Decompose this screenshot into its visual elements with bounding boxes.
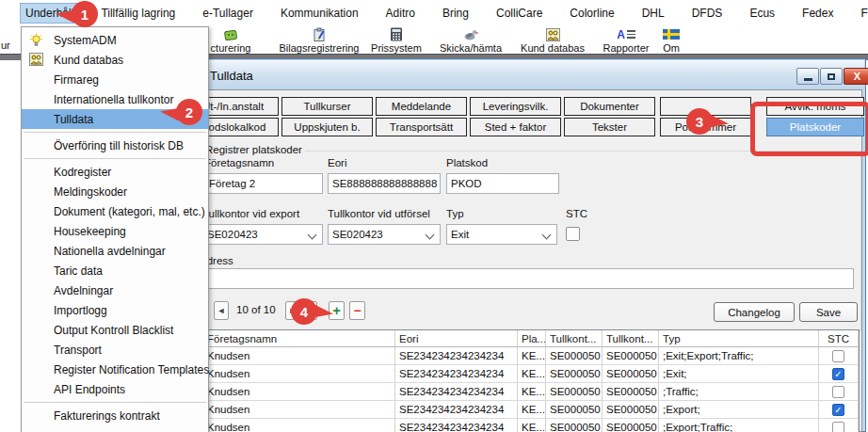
col-plats[interactable]: Pla... [518,330,546,347]
adress-input[interactable] [202,268,854,289]
col-tullkontor1[interactable]: Tullkont... [546,330,603,347]
tab-uppskjuten-b[interactable]: Uppskjuten b. [281,118,373,136]
stc-row-checkbox[interactable] [832,368,844,380]
menubar-item-colorline[interactable]: Colorline [565,4,619,23]
col-tullkontor2[interactable]: Tullkont... [603,330,659,347]
stc-row-checkbox[interactable] [832,386,844,398]
menubar-item-freja[interactable]: Freja [856,4,868,23]
menubar-item-ecus[interactable]: Ecus [745,4,780,23]
tab-dokumenter[interactable]: Dokumenter [564,97,655,116]
col-foretagsnamn[interactable]: Företagsnamn [203,330,395,347]
minimize-button[interactable] [796,68,819,85]
cell-tullkontor2: SE000050 [603,365,659,383]
menu-item-kund-databas[interactable]: Kund databas [22,50,208,70]
menu-item-avdelningar[interactable]: Avdelningar [22,280,208,300]
cell-tullkontor1: SE000050 [546,419,603,432]
tab-transportsatt[interactable]: Transportsätt [376,118,467,136]
menu-item-label: SystemADM [54,34,117,47]
menu-separator [24,132,206,133]
cell-stc [819,365,859,383]
menu-item-label: Nationella avdelningar [54,245,166,258]
tab-tekster[interactable]: Tekster [564,118,655,136]
menu-item-overforing-historisk-db[interactable]: Överföring till historisk DB [22,136,208,155]
chevron-down-icon [426,231,435,240]
group-title: Registrer platskoder [202,144,305,155]
cell-stc [819,383,859,401]
window-title: Tulldata [210,69,253,83]
menubar-item-aditro[interactable]: Aditro [381,4,420,23]
menubar-item-fedex[interactable]: Fedex [797,4,838,23]
menu-item-label: Importlogg [54,304,107,317]
menu-item-fakturerings-kontrakt[interactable]: Fakturerings kontrakt [22,406,208,425]
menu-item-label: Transport [54,344,102,357]
menu-item-taric-data[interactable]: Taric data [22,261,208,280]
stc-row-checkbox[interactable] [832,350,844,362]
maximize-button[interactable] [820,68,843,85]
annotation-step-3: 3 [686,108,713,135]
tullkontor-utforsel-select[interactable]: SE020423 [328,224,441,245]
eori-label: Eori [328,157,346,168]
previous-record-button[interactable]: ◄ [214,301,229,320]
cell-eori: SE234234234234234 [395,347,518,365]
tullkontor-utforsel-label: Tullkontor vid utförsel [328,208,430,219]
save-button[interactable]: Save [799,302,858,322]
col-typ[interactable]: Typ [659,330,819,347]
annotation-number: 2 [176,99,202,125]
col-eori[interactable]: Eori [395,330,518,347]
menu-item-api-endpoints[interactable]: API Endpoints [22,379,208,399]
delete-record-button[interactable]: − [349,301,365,320]
menubar-item-collicare[interactable]: ColliCare [491,4,547,23]
table-row[interactable]: Knudsen SE234234234234234 KE... SE000050… [203,419,859,432]
menu-item-systemadm[interactable]: SystemADM [22,30,208,50]
menu-item-transport[interactable]: Transport [22,340,208,360]
tab-tullkurser[interactable]: Tullkurser [281,97,373,116]
tab-sted-faktor[interactable]: Sted + faktor [470,118,561,136]
cell-tullkontor2: SE000050 [603,419,659,432]
menu-item-output-kontroll-blacklist[interactable]: Output Kontroll Blacklist [22,320,208,340]
toolbar-item-om[interactable]: Om [648,27,695,54]
cell-typ: ;Exit;Export;Traffic; [659,347,819,365]
cell-eori: SE234234234234234 [395,401,518,419]
eori-input[interactable]: SE888888888888888 [328,173,441,194]
table-row[interactable]: Knudsen SE234234234234234 KE... SE000050… [203,401,859,419]
changelog-button[interactable]: Changelog [714,302,795,322]
foretagsnamn-input[interactable]: Företag 2 [204,173,323,194]
annotation-highlight-rect [750,102,868,156]
menu-item-housekeeping[interactable]: Housekeeping [22,221,208,241]
menu-item-importlogg[interactable]: Importlogg [22,300,208,320]
cell-tullkontor1: SE000050 [546,347,603,365]
close-button[interactable]: X [844,68,868,85]
menubar-item-e-tullager[interactable]: e-Tullager [198,4,258,23]
typ-select[interactable]: Exit [446,224,557,245]
cell-plats: KE... [518,383,546,401]
menu-item-firmareg[interactable]: Firmareg [22,70,208,89]
menubar-item-kommunikation[interactable]: Kommunikation [276,4,363,23]
table-row[interactable]: Knudsen SE234234234234234 KE... SE000050… [203,347,859,365]
cell-stc [819,401,859,419]
menubar-item-dfds[interactable]: DFDS [687,4,728,23]
menubar-item-dhl[interactable]: DHL [637,4,669,23]
menu-item-kodregister[interactable]: Kodregister [22,162,208,182]
platskod-input[interactable]: PKOD [446,173,559,194]
menu-item-label: Kodregister [54,166,111,179]
table-row[interactable]: Knudsen SE234234234234234 KE... SE000050… [203,383,859,401]
menu-item-dokument[interactable]: Dokument (kategori, mal, etc.) [22,201,208,221]
table-row[interactable]: Knudsen SE234234234234234 KE... SE000050… [203,365,859,383]
toolbar-item-skicka-hamta[interactable]: Skicka/hämta [424,27,518,54]
tab-meddelande[interactable]: Meddelande [376,97,467,116]
toolbar-item-label: Kund databas [521,42,585,54]
stc-row-checkbox[interactable] [832,422,844,432]
stc-checkbox[interactable] [566,227,580,241]
col-stc[interactable]: STC [819,330,859,347]
menu-item-meldingskoder[interactable]: Meldingskoder [22,182,208,201]
menubar-item-bring[interactable]: Bring [438,4,474,23]
menubar-item-tillfallig-lagring[interactable]: Tillfällig lagring [96,4,180,23]
tab-leveringsvilk[interactable]: Leveringsvilk. [470,97,561,116]
menu-item-nationella-avdelningar[interactable]: Nationella avdelningar [22,241,208,261]
menu-item-register-notification-templates[interactable]: Register Notification Templates [22,360,208,379]
tullkontor-export-select[interactable]: SE020423 [202,224,323,245]
record-position: 10 of 10 [236,304,276,315]
cell-plats: KE... [518,401,546,419]
arrow-left-icon: ◄ [217,306,226,315]
stc-row-checkbox[interactable] [832,404,844,416]
